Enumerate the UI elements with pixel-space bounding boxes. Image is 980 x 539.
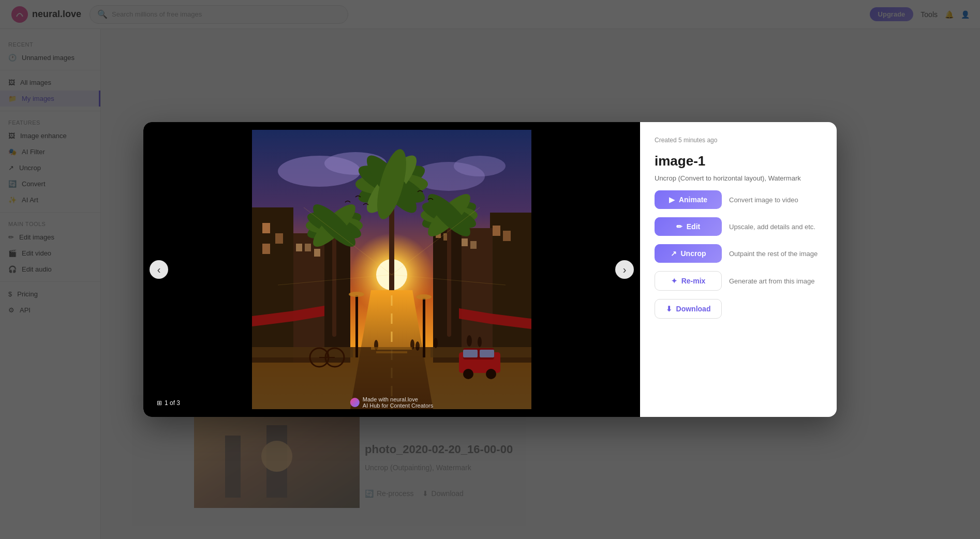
svg-point-58 (434, 338, 438, 348)
right-panel: Created 5 minutes ago image-1 Uncrop (Co… (640, 122, 837, 417)
svg-rect-25 (503, 231, 511, 241)
svg-rect-64 (355, 295, 358, 357)
image-counter: ⊞ 1 of 3 (152, 397, 185, 409)
watermark-logo (350, 398, 360, 407)
layers-icon: ⊞ (157, 399, 162, 407)
download-button[interactable]: ⬇ Download (655, 299, 722, 319)
svg-rect-78 (371, 347, 412, 350)
animate-icon: ▶ (669, 196, 675, 204)
edit-icon: ✏ (676, 222, 682, 231)
watermark-line2: AI Hub for Content Creators (363, 402, 433, 409)
remix-button[interactable]: ✦ Re-mix (655, 271, 722, 291)
svg-point-61 (478, 337, 482, 347)
city-svg (252, 130, 531, 409)
download-action-row: ⬇ Download (655, 299, 822, 319)
uncrop-action-row: ↗ Uncrop Outpaint the rest of the image (655, 244, 822, 263)
svg-point-57 (415, 341, 420, 351)
edit-button[interactable]: ✏ Edit (655, 217, 722, 236)
svg-point-70 (463, 369, 473, 379)
watermark-text: Made with neural.love AI Hub for Content… (363, 396, 433, 409)
left-arrow-icon: ‹ (157, 264, 161, 276)
svg-rect-28 (470, 241, 477, 249)
watermark: Made with neural.love AI Hub for Content… (350, 396, 433, 409)
svg-rect-19 (314, 249, 320, 257)
created-label: Created 5 minutes ago (655, 137, 822, 144)
svg-rect-24 (493, 226, 500, 236)
svg-point-67 (416, 294, 432, 300)
download-icon: ⬇ (666, 305, 672, 313)
animate-description: Convert image to video (729, 196, 798, 204)
svg-rect-15 (262, 244, 270, 254)
svg-rect-45 (447, 213, 451, 337)
modal-overlay[interactable]: Before After ‹ (0, 0, 980, 539)
svg-rect-79 (376, 351, 407, 353)
edit-description: Upscale, add details and etc. (729, 223, 815, 231)
svg-rect-27 (462, 238, 468, 246)
svg-rect-17 (296, 244, 302, 251)
animate-action-row: ▶ Animate Convert image to video (655, 190, 822, 209)
svg-rect-18 (305, 244, 311, 251)
image-modal: Before After ‹ (143, 122, 837, 417)
animate-button[interactable]: ▶ Animate (655, 190, 722, 209)
image-description: Uncrop (Convert to horizontal layout), W… (655, 174, 822, 182)
svg-rect-14 (275, 233, 283, 244)
uncrop-description: Outpaint the rest of the image (729, 250, 818, 258)
right-arrow-icon: › (623, 264, 627, 276)
watermark-line1: Made with neural.love (363, 396, 433, 402)
edit-action-row: ✏ Edit Upscale, add details and etc. (655, 217, 822, 236)
uncrop-button[interactable]: ↗ Uncrop (655, 244, 722, 263)
svg-rect-12 (252, 207, 293, 363)
remix-action-row: ✦ Re-mix Generate art from this image (655, 271, 822, 291)
svg-point-71 (486, 369, 496, 379)
city-image (252, 122, 531, 417)
image-panel: Before After ‹ (143, 122, 640, 417)
svg-rect-73 (480, 350, 494, 357)
image-title: image-1 (655, 153, 822, 169)
svg-point-65 (349, 292, 364, 297)
svg-rect-13 (262, 223, 270, 233)
svg-rect-66 (423, 298, 425, 357)
svg-point-60 (467, 335, 472, 347)
uncrop-btn-icon: ↗ (671, 249, 677, 258)
svg-point-11 (454, 156, 506, 176)
svg-rect-72 (463, 350, 478, 357)
next-image-button[interactable]: › (615, 260, 634, 279)
previous-image-button[interactable]: ‹ (150, 260, 168, 279)
remix-icon: ✦ (671, 277, 677, 285)
counter-text: 1 of 3 (165, 399, 180, 407)
remix-description: Generate art from this image (729, 277, 814, 285)
